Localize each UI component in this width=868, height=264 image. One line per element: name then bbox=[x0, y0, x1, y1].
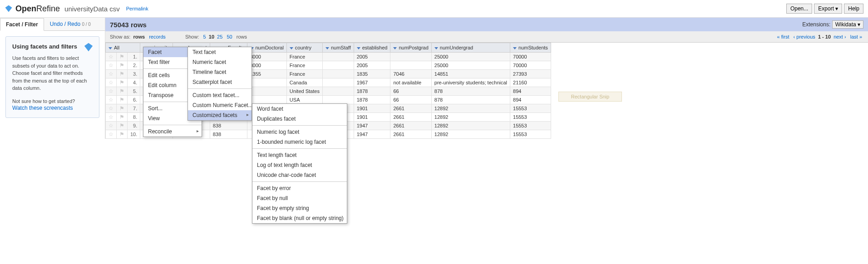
cell-numPostgrad[interactable]: not available bbox=[390, 78, 431, 87]
cell-numStaff[interactable] bbox=[322, 61, 354, 70]
cell-numUndergrad[interactable]: 878 bbox=[431, 87, 510, 96]
cell-country[interactable]: USA bbox=[286, 96, 322, 104]
first-page[interactable]: « first bbox=[777, 34, 789, 39]
cell-numUndergrad[interactable]: 12892 bbox=[431, 113, 510, 122]
menu-bounded-log-facet[interactable]: 1-bounded numeric log facet bbox=[252, 137, 347, 139]
star-icon[interactable]: ☆ bbox=[108, 105, 113, 112]
cell-established[interactable]: 2005 bbox=[354, 53, 390, 61]
cell-numPostgrad[interactable]: 2661 bbox=[390, 122, 431, 130]
star-icon[interactable]: ☆ bbox=[108, 54, 113, 60]
cell-numPostgrad[interactable] bbox=[390, 61, 431, 70]
cell-numPostgrad[interactable]: 2661 bbox=[390, 130, 431, 139]
cell-numStudents[interactable]: 15553 bbox=[510, 122, 551, 130]
cell-numPostgrad[interactable] bbox=[390, 53, 431, 61]
page-size-50[interactable]: 50 bbox=[227, 34, 232, 39]
flag-icon[interactable]: ⚑ bbox=[119, 54, 124, 60]
flag-icon[interactable]: ⚑ bbox=[119, 62, 124, 68]
cell-established[interactable]: 1967 bbox=[354, 78, 390, 87]
column-dropdown-icon[interactable] bbox=[434, 47, 438, 49]
page-size-25[interactable]: 25 bbox=[217, 34, 222, 39]
show-as-records[interactable]: records bbox=[149, 34, 166, 39]
screencasts-link[interactable]: Watch these screencasts bbox=[12, 105, 73, 111]
cell-established[interactable]: 1878 bbox=[354, 87, 390, 96]
page-size-5[interactable]: 5 bbox=[203, 34, 206, 39]
cell-numPostgrad[interactable]: 66 bbox=[390, 87, 431, 96]
column-dropdown-icon[interactable] bbox=[326, 47, 329, 49]
tab-facet-filter[interactable]: Facet / Filter bbox=[0, 18, 44, 31]
cell-numUndergrad[interactable]: 25000 bbox=[431, 53, 510, 61]
column-dropdown-icon[interactable] bbox=[290, 47, 293, 49]
cell-numDoctoral[interactable]: 8000 bbox=[247, 53, 286, 61]
cell-established[interactable]: 2005 bbox=[354, 61, 390, 70]
cell-numDoctoral[interactable] bbox=[247, 96, 286, 104]
cell-numPostgrad[interactable]: 2661 bbox=[390, 113, 431, 122]
column-dropdown-icon[interactable] bbox=[393, 47, 397, 49]
column-dropdown-icon[interactable] bbox=[357, 47, 360, 49]
column-header[interactable]: numStaff bbox=[322, 43, 354, 53]
flag-icon[interactable]: ⚑ bbox=[119, 122, 124, 129]
cell-numPostgrad[interactable]: 66 bbox=[390, 96, 431, 104]
cell-numUndergrad[interactable]: 12892 bbox=[431, 130, 510, 139]
cell-numStaff[interactable] bbox=[322, 53, 354, 61]
cell-country[interactable]: France bbox=[286, 70, 322, 78]
star-icon[interactable]: ☆ bbox=[108, 122, 113, 129]
cell-numStaff[interactable] bbox=[322, 70, 354, 78]
page-size-10[interactable]: 10 bbox=[209, 34, 214, 39]
cell-numDoctoral[interactable]: 8000 bbox=[247, 61, 286, 70]
cell-numStudents[interactable]: 70000 bbox=[510, 61, 551, 70]
menu-numeric-log-facet[interactable]: Numeric log facet bbox=[252, 127, 347, 137]
cell-numStudents[interactable]: 15553 bbox=[510, 130, 551, 139]
flag-icon[interactable]: ⚑ bbox=[119, 97, 124, 103]
cell-numDoctoral[interactable] bbox=[247, 87, 286, 96]
cell-country[interactable]: France bbox=[286, 53, 322, 61]
flag-icon[interactable]: ⚑ bbox=[119, 71, 124, 77]
menu-text-facet[interactable]: Text facet bbox=[188, 47, 252, 57]
column-dropdown-icon[interactable] bbox=[108, 47, 112, 49]
cell-numStaff[interactable] bbox=[322, 96, 354, 104]
cell-numUndergrad[interactable]: 12892 bbox=[431, 104, 510, 113]
flag-icon[interactable]: ⚑ bbox=[119, 114, 124, 120]
flag-icon[interactable]: ⚑ bbox=[119, 79, 124, 86]
star-icon[interactable]: ☆ bbox=[108, 71, 113, 77]
cell-numStaff[interactable] bbox=[322, 78, 354, 87]
cell-numStudents[interactable]: 21160 bbox=[510, 78, 551, 87]
prev-page[interactable]: ‹ previous bbox=[794, 34, 815, 39]
cell-numStudents[interactable]: 70000 bbox=[510, 53, 551, 61]
export-button[interactable]: Export ▾ bbox=[814, 4, 842, 14]
cell-established[interactable]: 1835 bbox=[354, 70, 390, 78]
cell-numUndergrad[interactable]: 25000 bbox=[431, 61, 510, 70]
cell-established[interactable]: 1947 bbox=[354, 122, 390, 130]
star-icon[interactable]: ☆ bbox=[108, 88, 113, 94]
cell-country[interactable]: France bbox=[286, 61, 322, 70]
cell-numPostgrad[interactable]: 7046 bbox=[390, 70, 431, 78]
cell-numPostgrad[interactable]: 2661 bbox=[390, 104, 431, 113]
show-as-rows[interactable]: rows bbox=[133, 34, 145, 39]
next-page[interactable]: next › bbox=[833, 34, 846, 39]
cell-numStudents[interactable]: 894 bbox=[510, 87, 551, 96]
cell-numStudents[interactable]: 894 bbox=[510, 96, 551, 104]
permalink-link[interactable]: Permalink bbox=[126, 6, 148, 11]
menu-numeric-facet[interactable]: Numeric facet bbox=[188, 57, 252, 67]
cell-established[interactable]: 1901 bbox=[354, 113, 390, 122]
cell-numUndergrad[interactable]: 14851 bbox=[431, 70, 510, 78]
flag-icon[interactable]: ⚑ bbox=[119, 88, 124, 94]
flag-icon[interactable]: ⚑ bbox=[119, 105, 124, 112]
menu-word-facet[interactable]: Word facet bbox=[252, 104, 347, 114]
menu-reconcile[interactable]: Reconcile bbox=[143, 127, 202, 137]
cell-country[interactable]: United States bbox=[286, 87, 322, 96]
menu-custom-text-facet[interactable]: Custom text facet... bbox=[188, 90, 252, 100]
cell-established[interactable]: 1947 bbox=[354, 130, 390, 139]
menu-scatterplot-facet[interactable]: Scatterplot facet bbox=[188, 77, 252, 87]
cell-numDoctoral[interactable] bbox=[247, 78, 286, 87]
star-icon[interactable]: ☆ bbox=[108, 114, 113, 120]
menu-custom-numeric-facet[interactable]: Custom Numeric Facet... bbox=[188, 100, 252, 110]
star-icon[interactable]: ☆ bbox=[108, 62, 113, 68]
star-icon[interactable]: ☆ bbox=[108, 79, 113, 86]
cell-numFaculty[interactable]: 838 bbox=[210, 130, 247, 139]
last-page[interactable]: last » bbox=[850, 34, 862, 39]
cell-numStudents[interactable]: 15553 bbox=[510, 104, 551, 113]
column-header[interactable]: numUndergrad bbox=[431, 43, 510, 53]
open-button[interactable]: Open... bbox=[786, 4, 812, 14]
cell-numStaff[interactable] bbox=[322, 87, 354, 96]
tab-undo-redo[interactable]: Undo / Redo 0 / 0 bbox=[44, 18, 97, 30]
